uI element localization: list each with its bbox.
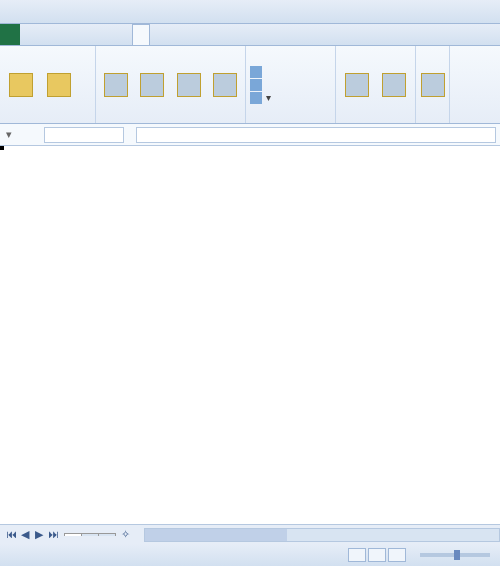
group-macros	[420, 121, 445, 123]
undo-icon[interactable]	[24, 4, 40, 20]
file-tab[interactable]	[0, 24, 20, 45]
view-pagebreak-icon[interactable]	[388, 548, 406, 562]
tab-data[interactable]	[100, 24, 116, 45]
group-window2	[340, 121, 411, 123]
sheet-nav-next[interactable]: ▶	[32, 528, 46, 541]
name-box[interactable]	[44, 127, 124, 143]
new-sheet-button[interactable]: ✧	[115, 528, 136, 541]
zoom-button[interactable]	[136, 73, 168, 97]
zoomtosel-button[interactable]	[209, 73, 241, 97]
show-button[interactable]	[100, 73, 132, 97]
tab-formulas[interactable]	[84, 24, 100, 45]
zoom-slider[interactable]	[420, 553, 490, 557]
normal-view-button[interactable]	[4, 73, 38, 97]
tab-review[interactable]	[116, 24, 132, 45]
tab-pagelayout[interactable]	[68, 24, 84, 45]
arrange-all-button[interactable]	[250, 79, 271, 91]
switch-windows-button[interactable]	[378, 73, 412, 97]
tab-addins[interactable]	[150, 24, 166, 45]
formula-bar[interactable]	[136, 127, 496, 143]
hundred-button[interactable]	[173, 73, 205, 97]
group-zoom	[100, 121, 241, 123]
excel-icon	[4, 4, 20, 20]
pagelayout-view-button[interactable]	[42, 73, 76, 97]
horizontal-scrollbar[interactable]	[144, 528, 500, 542]
new-window-button[interactable]	[250, 66, 271, 78]
view-pagelayout-icon[interactable]	[368, 548, 386, 562]
qat-dropdown-icon[interactable]	[64, 4, 80, 20]
freeze-panes-button[interactable]: ▾	[250, 92, 271, 104]
close-button[interactable]	[474, 4, 496, 20]
tab-insert[interactable]	[52, 24, 68, 45]
maximize-button[interactable]	[450, 4, 472, 20]
namebox-dropdown-icon[interactable]: ▾	[0, 128, 40, 141]
macros-button[interactable]	[420, 73, 445, 97]
group-workbook-views	[4, 121, 91, 123]
sheet-tab-1[interactable]	[64, 533, 82, 536]
sheet-tab-3[interactable]	[98, 533, 116, 536]
save-workspace-button[interactable]	[340, 73, 374, 97]
minimize-button[interactable]	[426, 4, 448, 20]
sheet-tab-2[interactable]	[81, 533, 99, 536]
group-window	[250, 121, 331, 123]
tab-home[interactable]	[36, 24, 52, 45]
redo-icon[interactable]	[44, 4, 60, 20]
help-icon[interactable]	[488, 24, 500, 45]
tab-view[interactable]	[132, 24, 150, 45]
sheet-nav-last[interactable]: ⏭	[46, 528, 60, 541]
sheet-nav-prev[interactable]: ◀	[18, 528, 32, 541]
tab-classic[interactable]	[20, 24, 36, 45]
view-normal-icon[interactable]	[348, 548, 366, 562]
sheet-nav-first[interactable]: ⏮	[4, 528, 18, 541]
